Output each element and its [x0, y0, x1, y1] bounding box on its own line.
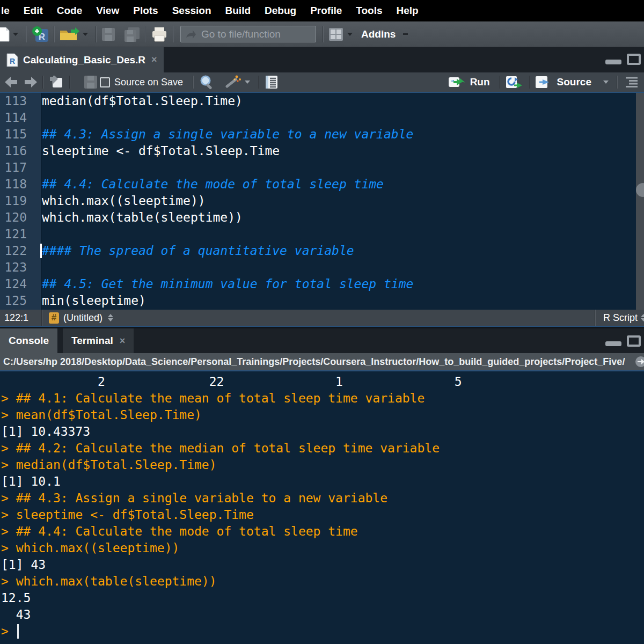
- file-type-updown-icon[interactable]: [641, 314, 644, 321]
- editor-line-118[interactable]: 118## 4.4: Calculate the mode of total s…: [0, 176, 644, 193]
- menu-item-profile[interactable]: Profile: [303, 5, 349, 17]
- editor-scrollbar-thumb[interactable]: [636, 183, 644, 197]
- code-text: which.max((sleeptime)): [35, 193, 206, 209]
- minimize-source-icon[interactable]: [605, 60, 621, 64]
- editor-scrollbar[interactable]: [636, 93, 644, 310]
- document-outline-icon[interactable]: [623, 76, 639, 88]
- find-icon[interactable]: [199, 75, 215, 90]
- save-icon[interactable]: [101, 27, 116, 42]
- goto-placeholder: Go to file/function: [201, 28, 281, 40]
- menu-item-debug[interactable]: Debug: [258, 5, 303, 17]
- tab-console[interactable]: Console: [0, 328, 57, 353]
- tab-calculating-basic-des[interactable]: R Calculating_Basic_Des.R ×: [0, 47, 164, 72]
- console-prompt: >: [1, 623, 16, 640]
- maximize-source-icon[interactable]: [627, 54, 641, 65]
- code-tools-wand-icon[interactable]: [222, 74, 241, 90]
- toolbar-separator: [323, 26, 324, 42]
- file-type-selector[interactable]: R Script: [596, 312, 641, 324]
- open-in-window-icon[interactable]: [48, 76, 64, 89]
- menu-item-le[interactable]: le: [0, 5, 17, 17]
- editor-line-113[interactable]: 113median(df$Total.Sleep.Time): [0, 93, 644, 109]
- editor-line-124[interactable]: 124## 4.5: Get the minimum value for tot…: [0, 276, 644, 292]
- line-number: 117: [0, 159, 35, 176]
- forward-icon[interactable]: [24, 76, 38, 88]
- console-output[interactable]: 2 22 1 5> ## 4.1: Calculate the mean of …: [0, 371, 644, 644]
- open-dropdown-icon[interactable]: [83, 33, 88, 36]
- editor-line-125[interactable]: 125min(sleeptime): [0, 292, 644, 309]
- console-line: [1] 10.43373: [1, 423, 644, 440]
- run-icon[interactable]: [448, 76, 466, 89]
- console-line: > median(df$Total.Sleep.Time): [1, 457, 644, 473]
- menu-item-build[interactable]: Build: [218, 5, 258, 17]
- editor-line-121[interactable]: 121: [0, 226, 644, 243]
- menu-item-session[interactable]: Session: [165, 5, 218, 17]
- new-file-icon[interactable]: [0, 27, 10, 42]
- save-all-icon[interactable]: [123, 26, 141, 42]
- console-output-text: 2 22 1 5: [1, 375, 462, 389]
- addins-button[interactable]: Addins: [361, 28, 396, 40]
- console-line: > which.max(table(sleeptime)): [1, 573, 644, 590]
- source-on-save-label: Source on Save: [114, 77, 183, 88]
- panes-grid-icon[interactable]: [328, 27, 344, 42]
- run-button[interactable]: Run: [470, 76, 490, 88]
- console-prompt-line[interactable]: >: [1, 623, 644, 640]
- code-text: #### The spread of a quantitative variab…: [35, 243, 354, 259]
- source-on-save-checkbox[interactable]: [100, 77, 110, 87]
- editor-line-114[interactable]: 114: [0, 109, 644, 126]
- menu-item-help[interactable]: Help: [390, 5, 426, 17]
- new-project-icon[interactable]: R: [31, 26, 49, 43]
- tab-terminal[interactable]: Terminal ×: [63, 328, 134, 353]
- new-file-dropdown-icon[interactable]: [13, 33, 18, 36]
- source-icon[interactable]: [535, 75, 553, 89]
- section-updown-icon[interactable]: [108, 314, 113, 321]
- menu-item-code[interactable]: Code: [50, 5, 90, 17]
- print-icon[interactable]: [150, 26, 169, 42]
- line-number: 124: [0, 276, 35, 292]
- section-selector[interactable]: (Untitled): [63, 312, 103, 324]
- menu-item-plots[interactable]: Plots: [126, 5, 165, 17]
- code-editor[interactable]: 113median(df$Total.Sleep.Time)114115## 4…: [0, 93, 644, 310]
- editor-line-122[interactable]: 122#### The spread of a quantitative var…: [0, 243, 644, 259]
- editor-line-119[interactable]: 119which.max((sleeptime)): [0, 193, 644, 209]
- tab-close-icon[interactable]: ×: [151, 54, 157, 65]
- panes-dropdown-icon[interactable]: [347, 33, 353, 36]
- console-line: [1] 10.1: [1, 473, 644, 490]
- toolbar-separator: [54, 26, 55, 42]
- tab-title: Calculating_Basic_Des.R: [23, 54, 145, 66]
- console-input-text: > which.max(table(sleeptime)): [1, 574, 217, 588]
- console-input-text: > ## 4.1: Calculate the mean of total sl…: [1, 391, 425, 405]
- console-line: > which.max((sleeptime)): [1, 540, 644, 557]
- line-number: 113: [0, 93, 35, 109]
- terminal-close-icon[interactable]: ×: [120, 335, 126, 347]
- minimize-console-icon[interactable]: [605, 341, 621, 346]
- editor-line-115[interactable]: 115## 4.3: Assign a single variable to a…: [0, 126, 644, 143]
- addins-dropdown-icon[interactable]: [403, 33, 408, 35]
- editor-line-120[interactable]: 120which.max(table(sleeptime)): [0, 209, 644, 226]
- menu-item-tools[interactable]: Tools: [349, 5, 389, 17]
- open-folder-icon[interactable]: [59, 26, 79, 42]
- save-doc-icon[interactable]: [84, 75, 98, 89]
- menu-item-view[interactable]: View: [89, 5, 126, 17]
- code-tools-dropdown-icon[interactable]: [245, 80, 250, 84]
- line-number: 123: [0, 259, 35, 276]
- editor-line-123[interactable]: 123: [0, 259, 644, 276]
- editor-line-117[interactable]: 117: [0, 159, 644, 176]
- go-to-directory-icon[interactable]: [634, 355, 644, 368]
- source-dropdown-icon[interactable]: [603, 80, 609, 84]
- toolbar-separator: [173, 26, 174, 42]
- toolbar-separator: [96, 26, 97, 42]
- terminal-tab-label: Terminal: [71, 335, 113, 347]
- editor-line-116[interactable]: 116sleeptime <- df$Total.Sleep.Time: [0, 143, 644, 159]
- menu-item-edit[interactable]: Edit: [17, 5, 50, 17]
- rerun-icon[interactable]: [505, 75, 524, 89]
- working-directory: C:/Users/hp 2018/Desktop/Data_Science/Pe…: [0, 356, 634, 368]
- console-output-text: [1] 10.1: [1, 474, 61, 488]
- goto-file-search[interactable]: Go to file/function: [180, 26, 316, 42]
- toolbar-separator: [258, 76, 259, 89]
- console-input-text: > sleeptime <- df$Total.Sleep.Time: [1, 508, 254, 522]
- compile-report-icon[interactable]: [264, 75, 279, 90]
- maximize-console-icon[interactable]: [627, 335, 641, 347]
- back-icon[interactable]: [4, 76, 18, 88]
- source-button[interactable]: Source: [557, 76, 591, 88]
- line-number: 114: [0, 109, 35, 126]
